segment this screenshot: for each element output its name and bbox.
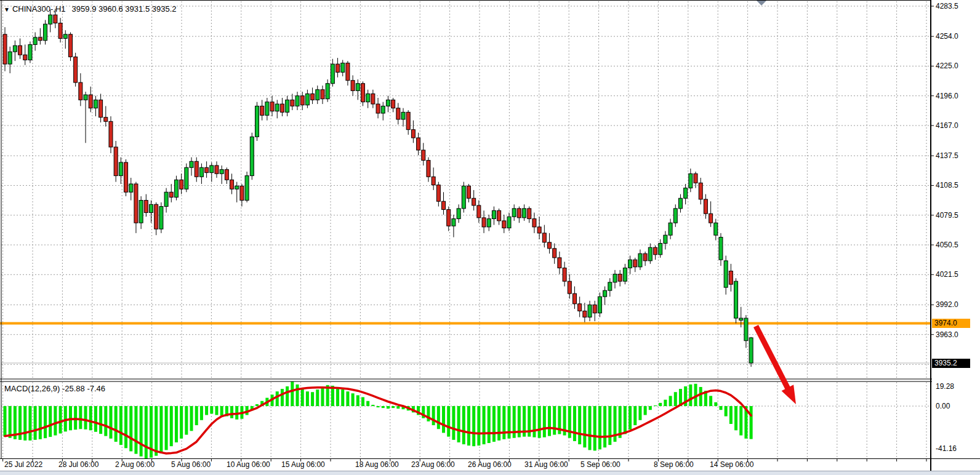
- time-axis-label: 18 Aug 06:00: [355, 460, 399, 469]
- macd-indicator-label: MACD(12,26,9) -25.88 -7.46: [4, 384, 105, 393]
- price-axis-label: 4137.5: [936, 151, 958, 160]
- hline-price-tag: 3974.0: [932, 319, 970, 328]
- time-axis-label: 10 Aug 06:00: [227, 460, 270, 469]
- time-axis-label: 26 Aug 06:00: [468, 460, 512, 469]
- price-axis-label: 4167.0: [936, 121, 958, 130]
- price-axis-label: 4254.0: [936, 32, 958, 41]
- time-axis-label: 5 Sep 06:00: [580, 460, 621, 469]
- symbol-timeframe-label: CHINA300-,H1: [12, 4, 66, 14]
- candles: [3, 9, 753, 367]
- price-axis-label: 4196.0: [936, 92, 958, 100]
- price-axis-label: 4050.5: [936, 241, 958, 249]
- time-axis-label: 28 Jul 06:00: [58, 460, 98, 469]
- macd-histogram: [4, 381, 753, 458]
- price-axis-label: 4283.5: [936, 2, 958, 10]
- chart-window: ▼CHINA300-,H13959.9 3960.6 3931.5 3935.2…: [0, 0, 980, 475]
- time-axis-label: 5 Aug 06:00: [171, 460, 211, 469]
- time-axis-label: 23 Aug 06:00: [411, 460, 455, 469]
- ohlc-values: 3959.9 3960.6 3931.5 3935.2: [72, 4, 177, 14]
- price-axis-label: 4225.0: [936, 62, 958, 70]
- trend-arrow[interactable]: [756, 326, 796, 404]
- price-axis-label: 4021.5: [936, 270, 958, 279]
- time-axis-label: 8 Sep 06:00: [654, 460, 694, 469]
- price-axis-label: 3992.0: [936, 300, 958, 309]
- macd-axis-label: 19.28: [936, 382, 954, 391]
- time-axis-label: 15 Aug 06:00: [281, 460, 325, 469]
- macd-axis-label: -41.16: [936, 444, 957, 453]
- time-axis-label: 14 Sep 06:00: [710, 460, 753, 469]
- window-bottom-strip: [0, 471, 980, 475]
- price-chart-canvas[interactable]: [0, 0, 980, 475]
- time-axis-label: 25 Jul 2022: [4, 460, 42, 469]
- macd-axis-label: 0.00: [936, 402, 950, 410]
- last-price-tag: 3935.2: [932, 359, 970, 368]
- time-axis-label: 2 Aug 06:00: [115, 460, 155, 469]
- symbol-title: ▼CHINA300-,H13959.9 3960.6 3931.5 3935.2: [4, 4, 177, 14]
- chart-shift-marker-icon[interactable]: [757, 1, 766, 6]
- chart-dropdown-icon[interactable]: ▼: [4, 6, 10, 13]
- price-axis-label: 4079.5: [936, 211, 958, 220]
- price-axis-label: 3963.0: [936, 330, 958, 339]
- time-axis-label: 31 Aug 06:00: [524, 460, 568, 469]
- price-axis-label: 4108.5: [936, 181, 958, 190]
